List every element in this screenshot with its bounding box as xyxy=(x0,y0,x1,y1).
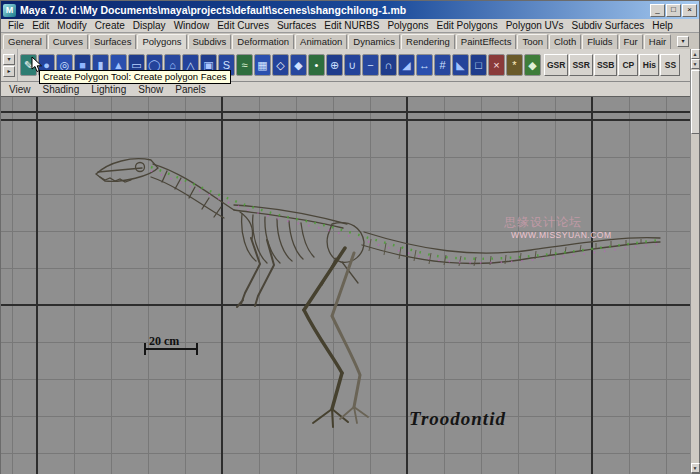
menu-create[interactable]: Create xyxy=(91,20,129,31)
menu-edit-nurbs[interactable]: Edit NURBS xyxy=(320,20,383,31)
assign-shader-icon[interactable]: ◆ xyxy=(524,54,541,76)
polygon-torus-icon-glyph: ◯ xyxy=(148,60,160,71)
cut-faces-tool-icon-glyph: × xyxy=(493,60,499,71)
combine-icon-glyph: ⊕ xyxy=(330,60,339,71)
shelf-button-his[interactable]: His xyxy=(639,54,659,76)
shelf-tab-curves[interactable]: Curves xyxy=(48,34,88,49)
shelf-button-ssr[interactable]: SSR xyxy=(569,54,592,76)
shelf-menu-button[interactable]: ▸ xyxy=(3,66,15,77)
cut-faces-tool-icon[interactable]: × xyxy=(488,54,505,76)
watermark-text-cn: 思缘设计论坛 xyxy=(504,214,582,231)
menu-edit-curves[interactable]: Edit Curves xyxy=(213,20,273,31)
menu-file[interactable]: File xyxy=(4,20,28,31)
polygon-pipe-icon-glyph: ▣ xyxy=(203,60,213,71)
append-polygon-tool-icon-glyph: ◆ xyxy=(294,60,302,71)
merge-vertices-icon-glyph: • xyxy=(315,60,319,71)
shelf-tab-dynamics[interactable]: Dynamics xyxy=(348,34,400,49)
boolean-intersection-icon-glyph: ∩ xyxy=(385,60,393,71)
panel-menu-lighting[interactable]: Lighting xyxy=(86,84,131,95)
scale-bar-label: 20 cm xyxy=(149,334,179,349)
vertical-scrollbar[interactable]: ▲ ▼ ▼ xyxy=(690,49,699,473)
menu-edit[interactable]: Edit xyxy=(28,20,53,31)
polygon-textured-sphere-icon-glyph: ◎ xyxy=(60,60,70,71)
scroll-down-small-icon[interactable]: ▼ xyxy=(691,59,700,69)
scroll-up-icon[interactable]: ▲ xyxy=(691,49,700,59)
polygon-sphere-icon-glyph: ● xyxy=(43,60,50,71)
boolean-intersection-icon[interactable]: ∩ xyxy=(380,54,397,76)
close-button[interactable]: × xyxy=(682,4,697,17)
specimen-caption: Troodontid xyxy=(409,408,506,430)
sculpt-geometry-tool-icon[interactable]: * xyxy=(506,54,523,76)
shelf-tab-fluids[interactable]: Fluids xyxy=(582,34,617,49)
panel-menu-shading[interactable]: Shading xyxy=(38,84,85,95)
menu-edit-polygons[interactable]: Edit Polygons xyxy=(433,20,502,31)
menu-display[interactable]: Display xyxy=(129,20,170,31)
split-polygon-tool-icon[interactable]: ◇ xyxy=(272,54,289,76)
menu-polygon-uvs[interactable]: Polygon UVs xyxy=(502,20,568,31)
menu-help[interactable]: Help xyxy=(648,20,677,31)
mirror-geometry-icon[interactable]: ↔ xyxy=(416,54,433,76)
quadrangulate-icon-glyph: □ xyxy=(475,60,482,71)
shelf-tab-row: ▾ GeneralCurvesSurfacesPolygonsSubdivsDe… xyxy=(1,33,699,49)
smooth-icon[interactable]: ≈ xyxy=(236,54,253,76)
watermark-text-url: WWW.MISSYUAN.COM xyxy=(511,230,612,240)
polygon-pyramid-icon-glyph: △ xyxy=(186,60,194,71)
shelf-tab-subdivs[interactable]: Subdivs xyxy=(188,34,232,49)
menu-window[interactable]: Window xyxy=(170,20,214,31)
combine-icon[interactable]: ⊕ xyxy=(326,54,343,76)
split-polygon-tool-icon-glyph: ◇ xyxy=(276,60,284,71)
polygon-helix-icon-glyph: S xyxy=(223,60,230,71)
extrude-face-icon-glyph: ▦ xyxy=(257,60,267,71)
assign-shader-icon-glyph: ◆ xyxy=(528,60,536,71)
boolean-union-icon[interactable]: ∪ xyxy=(344,54,361,76)
skeleton-reference-image xyxy=(1,97,692,474)
smooth-icon-glyph: ≈ xyxy=(241,60,247,71)
quadrangulate-icon[interactable]: □ xyxy=(470,54,487,76)
maya-logo-icon: M xyxy=(3,4,16,17)
shelf-button-cp[interactable]: CP xyxy=(618,54,638,76)
extrude-face-icon[interactable]: ▦ xyxy=(254,54,271,76)
scroll-down-icon[interactable]: ▼ xyxy=(691,463,700,473)
viewport[interactable]: 20 cm Troodontid 思缘设计论坛 WWW.MISSYUAN.COM xyxy=(1,97,692,474)
shelf-button-ss[interactable]: SS xyxy=(660,54,680,76)
polygon-plane-icon-glyph: ▭ xyxy=(131,60,141,71)
shelf-tab-selector-button[interactable]: ▾ xyxy=(3,54,15,65)
maximize-button[interactable]: □ xyxy=(666,4,681,17)
shelf-tabs-menu-button[interactable]: ▾ xyxy=(677,36,689,47)
polygon-cube-icon-glyph: ■ xyxy=(79,60,86,71)
shelf-tab-animation[interactable]: Animation xyxy=(295,34,347,49)
shelf-tab-cloth[interactable]: Cloth xyxy=(549,34,581,49)
scrollbar-thumb[interactable] xyxy=(691,70,700,134)
menu-modify[interactable]: Modify xyxy=(53,20,90,31)
append-polygon-tool-icon[interactable]: ◆ xyxy=(290,54,307,76)
merge-vertices-icon[interactable]: • xyxy=(308,54,325,76)
polygon-cone-icon-glyph: ▲ xyxy=(113,60,124,71)
shelf-button-gsr[interactable]: GSR xyxy=(544,54,568,76)
shelf-tab-rendering[interactable]: Rendering xyxy=(401,34,455,49)
subdivide-icon-glyph: # xyxy=(439,60,445,71)
shelf-tab-fur[interactable]: Fur xyxy=(619,34,643,49)
window-title: Maya 7.0: d:\My Documents\maya\projects\… xyxy=(20,4,649,16)
shelf-tab-polygons[interactable]: Polygons xyxy=(137,34,186,49)
menu-polygons[interactable]: Polygons xyxy=(383,20,432,31)
bevel-icon[interactable]: ◢ xyxy=(398,54,415,76)
boolean-difference-icon[interactable]: − xyxy=(362,54,379,76)
shelf-button-ssb[interactable]: SSB xyxy=(594,54,617,76)
minimize-button[interactable]: _ xyxy=(650,4,665,17)
shelf-tab-general[interactable]: General xyxy=(3,34,47,49)
shelf-tab-toon[interactable]: Toon xyxy=(517,34,548,49)
triangulate-icon[interactable]: ◣ xyxy=(452,54,469,76)
subdivide-icon[interactable]: # xyxy=(434,54,451,76)
shelf-tab-painteffects[interactable]: PaintEffects xyxy=(456,34,517,49)
panel-menu-panels[interactable]: Panels xyxy=(170,84,211,95)
boolean-union-icon-glyph: ∪ xyxy=(348,60,356,71)
menu-subdiv-surfaces[interactable]: Subdiv Surfaces xyxy=(567,20,648,31)
shelf-tab-hair[interactable]: Hair xyxy=(644,34,671,49)
title-bar[interactable]: M Maya 7.0: d:\My Documents\maya\project… xyxy=(1,1,699,19)
shelf-tab-deformation[interactable]: Deformation xyxy=(232,34,294,49)
panel-menu-view[interactable]: View xyxy=(4,84,36,95)
tooltip: Create Polygon Tool: Create polygon Face… xyxy=(39,70,231,84)
menu-surfaces[interactable]: Surfaces xyxy=(273,20,320,31)
panel-menu-show[interactable]: Show xyxy=(133,84,168,95)
shelf-tab-surfaces[interactable]: Surfaces xyxy=(89,34,137,49)
